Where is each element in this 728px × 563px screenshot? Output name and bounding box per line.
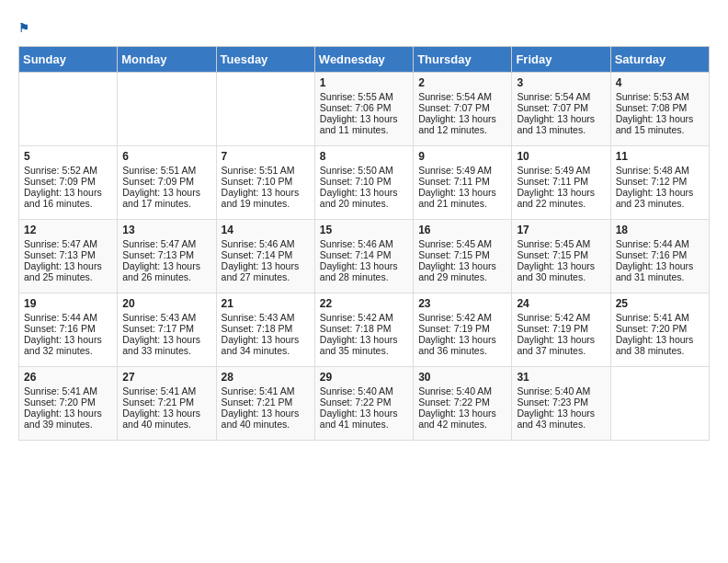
- day-info: Sunrise: 5:41 AM: [222, 385, 310, 396]
- day-number: 13: [122, 224, 210, 236]
- day-info: Daylight: 13 hours: [222, 187, 310, 198]
- day-info: Sunrise: 5:49 AM: [418, 165, 506, 176]
- logo: ⚑: [18, 18, 29, 37]
- calendar-cell: 14Sunrise: 5:46 AMSunset: 7:14 PMDayligh…: [216, 219, 314, 293]
- day-info: Sunset: 7:19 PM: [418, 323, 506, 334]
- calendar-cell: 21Sunrise: 5:43 AMSunset: 7:18 PMDayligh…: [216, 293, 314, 366]
- day-info: Daylight: 13 hours: [320, 408, 408, 419]
- day-info: Sunset: 7:21 PM: [222, 396, 310, 408]
- header-day-friday: Friday: [512, 46, 610, 72]
- header-day-tuesday: Tuesday: [216, 46, 314, 72]
- day-info: Sunrise: 5:40 AM: [418, 385, 506, 396]
- day-info: Sunset: 7:16 PM: [616, 249, 704, 260]
- day-info: Sunset: 7:20 PM: [24, 396, 112, 408]
- calendar-cell: 17Sunrise: 5:45 AMSunset: 7:15 PMDayligh…: [512, 219, 610, 293]
- calendar-week-4: 19Sunrise: 5:44 AMSunset: 7:16 PMDayligh…: [19, 293, 710, 366]
- calendar-body: 1Sunrise: 5:55 AMSunset: 7:06 PMDaylight…: [19, 72, 710, 440]
- day-info: Sunrise: 5:46 AM: [320, 238, 408, 249]
- calendar-cell: 24Sunrise: 5:42 AMSunset: 7:19 PMDayligh…: [512, 293, 610, 366]
- day-info: Sunset: 7:22 PM: [320, 396, 408, 408]
- day-info: Sunset: 7:06 PM: [320, 102, 408, 113]
- day-number: 8: [320, 150, 408, 163]
- day-info: and 17 minutes.: [122, 198, 210, 209]
- day-info: and 12 minutes.: [418, 124, 506, 135]
- calendar-table: SundayMondayTuesdayWednesdayThursdayFrid…: [18, 46, 710, 441]
- calendar-cell: 30Sunrise: 5:40 AMSunset: 7:22 PMDayligh…: [414, 366, 512, 440]
- day-info: and 34 minutes.: [222, 345, 310, 356]
- calendar-cell: [19, 72, 118, 145]
- day-info: and 42 minutes.: [418, 419, 506, 430]
- day-info: and 37 minutes.: [517, 345, 605, 356]
- day-number: 31: [517, 371, 605, 384]
- calendar-cell: 11Sunrise: 5:48 AMSunset: 7:12 PMDayligh…: [610, 145, 709, 219]
- day-info: and 26 minutes.: [122, 271, 210, 282]
- calendar-week-2: 5Sunrise: 5:52 AMSunset: 7:09 PMDaylight…: [19, 145, 710, 219]
- day-info: Sunset: 7:15 PM: [418, 249, 506, 260]
- calendar-week-1: 1Sunrise: 5:55 AMSunset: 7:06 PMDaylight…: [19, 72, 710, 145]
- day-info: Daylight: 13 hours: [122, 334, 210, 345]
- day-info: Sunrise: 5:47 AM: [24, 238, 112, 249]
- day-info: and 22 minutes.: [517, 198, 605, 209]
- day-info: Sunset: 7:23 PM: [517, 396, 605, 408]
- day-info: and 32 minutes.: [24, 345, 112, 356]
- calendar-cell: 23Sunrise: 5:42 AMSunset: 7:19 PMDayligh…: [414, 293, 512, 366]
- calendar-cell: 18Sunrise: 5:44 AMSunset: 7:16 PMDayligh…: [610, 219, 709, 293]
- day-number: 19: [24, 297, 112, 310]
- day-info: Sunrise: 5:45 AM: [517, 238, 605, 249]
- calendar-cell: 6Sunrise: 5:51 AMSunset: 7:09 PMDaylight…: [118, 145, 216, 219]
- day-info: Daylight: 13 hours: [616, 334, 704, 345]
- calendar-cell: 3Sunrise: 5:54 AMSunset: 7:07 PMDaylight…: [512, 72, 610, 145]
- day-info: Sunset: 7:08 PM: [616, 102, 704, 113]
- day-info: Sunrise: 5:46 AM: [222, 238, 310, 249]
- day-info: Sunset: 7:18 PM: [320, 323, 408, 334]
- day-info: Sunrise: 5:48 AM: [616, 165, 704, 176]
- day-info: Sunrise: 5:49 AM: [517, 165, 605, 176]
- day-info: Sunrise: 5:52 AM: [24, 165, 112, 176]
- day-number: 1: [320, 76, 408, 89]
- day-number: 28: [222, 371, 310, 384]
- header-day-thursday: Thursday: [414, 46, 512, 72]
- day-info: and 30 minutes.: [517, 271, 605, 282]
- calendar-cell: 12Sunrise: 5:47 AMSunset: 7:13 PMDayligh…: [19, 219, 118, 293]
- day-info: Daylight: 13 hours: [24, 187, 112, 198]
- day-number: 22: [320, 297, 408, 310]
- header-day-monday: Monday: [118, 46, 216, 72]
- calendar-cell: 2Sunrise: 5:54 AMSunset: 7:07 PMDaylight…: [414, 72, 512, 145]
- day-info: Sunset: 7:11 PM: [517, 176, 605, 187]
- day-info: Sunset: 7:22 PM: [418, 396, 506, 408]
- day-info: and 13 minutes.: [517, 124, 605, 135]
- day-number: 25: [616, 297, 704, 310]
- day-number: 18: [616, 224, 704, 236]
- day-info: Daylight: 13 hours: [418, 187, 506, 198]
- day-info: and 16 minutes.: [24, 198, 112, 209]
- day-info: Sunrise: 5:44 AM: [616, 238, 704, 249]
- day-info: Daylight: 13 hours: [24, 260, 112, 271]
- day-info: Daylight: 13 hours: [122, 260, 210, 271]
- day-number: 15: [320, 224, 408, 236]
- day-number: 7: [222, 150, 310, 163]
- day-info: and 33 minutes.: [122, 345, 210, 356]
- day-info: Sunrise: 5:53 AM: [616, 91, 704, 102]
- calendar-week-3: 12Sunrise: 5:47 AMSunset: 7:13 PMDayligh…: [19, 219, 710, 293]
- day-info: and 35 minutes.: [320, 345, 408, 356]
- day-info: Daylight: 13 hours: [320, 260, 408, 271]
- day-info: Sunrise: 5:43 AM: [122, 312, 210, 323]
- calendar-cell: [610, 366, 709, 440]
- calendar-cell: 9Sunrise: 5:49 AMSunset: 7:11 PMDaylight…: [414, 145, 512, 219]
- header-day-saturday: Saturday: [610, 46, 709, 72]
- day-info: Sunset: 7:20 PM: [616, 323, 704, 334]
- calendar-cell: 5Sunrise: 5:52 AMSunset: 7:09 PMDaylight…: [19, 145, 118, 219]
- day-info: Daylight: 13 hours: [222, 260, 310, 271]
- calendar-cell: 1Sunrise: 5:55 AMSunset: 7:06 PMDaylight…: [314, 72, 413, 145]
- day-info: Daylight: 13 hours: [320, 113, 408, 124]
- day-number: 6: [122, 150, 210, 163]
- day-info: Sunrise: 5:41 AM: [616, 312, 704, 323]
- calendar-header-row: SundayMondayTuesdayWednesdayThursdayFrid…: [19, 46, 710, 72]
- day-number: 11: [616, 150, 704, 163]
- day-info: and 40 minutes.: [122, 419, 210, 430]
- day-info: and 15 minutes.: [616, 124, 704, 135]
- day-info: Sunset: 7:12 PM: [616, 176, 704, 187]
- day-number: 12: [24, 224, 112, 236]
- day-info: and 27 minutes.: [222, 271, 310, 282]
- calendar-cell: 29Sunrise: 5:40 AMSunset: 7:22 PMDayligh…: [314, 366, 413, 440]
